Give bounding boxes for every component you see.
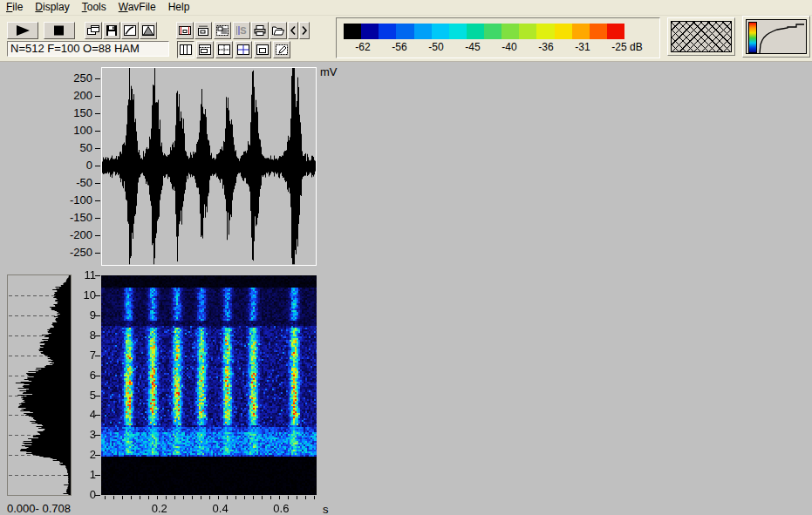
edit-button[interactable]	[273, 41, 290, 58]
menu-item-file[interactable]: File	[0, 0, 29, 15]
fft-params-field[interactable]: N=512 F=100 O=88 HAM	[7, 41, 169, 57]
cascade-windows-button[interactable]	[85, 22, 102, 39]
axis-tick	[192, 496, 193, 499]
axis-tick	[95, 315, 100, 316]
scroll-left-button[interactable]	[288, 22, 298, 39]
layout-quad-blue-button[interactable]	[235, 41, 252, 58]
colorbar-tick-label: -62	[348, 41, 378, 53]
colorbar-segment	[396, 24, 413, 39]
waveform-canvas[interactable]	[102, 68, 316, 265]
hatch-pattern-button[interactable]	[667, 17, 735, 56]
axis-tick	[95, 96, 100, 97]
cascade-windows-icon	[86, 24, 100, 37]
print-button[interactable]	[251, 22, 269, 39]
open-file-button[interactable]	[270, 22, 287, 39]
axis-tick	[95, 218, 100, 219]
axis-tick	[95, 455, 100, 456]
average-spectrum-canvas[interactable]	[8, 275, 71, 495]
axis-tick-label: 6	[66, 369, 96, 381]
menu-item-help[interactable]: Help	[162, 0, 196, 15]
waveform-plot[interactable]	[101, 67, 317, 266]
colorbar-segment	[502, 24, 519, 39]
axis-tick-label: 3	[66, 429, 96, 440]
spectrogram-canvas[interactable]	[101, 275, 317, 495]
colorbar-strip[interactable]	[344, 24, 624, 39]
freq-marks-icon	[196, 24, 210, 37]
axis-tick	[95, 235, 100, 236]
axis-tick-label: 4	[66, 409, 96, 420]
colorbar-segment	[572, 24, 590, 39]
region-select-icon	[215, 24, 229, 37]
layout-inner-box-button[interactable]	[254, 41, 271, 58]
axis-tick-label: 7	[66, 349, 96, 361]
axis-tick	[148, 496, 149, 499]
scroll-right-button[interactable]	[299, 22, 310, 39]
axis-tick	[95, 475, 100, 476]
layout-top-strip-button[interactable]	[196, 41, 214, 58]
save-button[interactable]	[103, 22, 120, 39]
freq-marks-button[interactable]	[194, 22, 212, 39]
colorbar-panel: -62-56-50-45-40-36-31-25 dB	[336, 17, 660, 58]
axis-tick-label: 0	[63, 159, 92, 171]
axis-tick-label: -250	[63, 247, 92, 258]
layout-columns-button[interactable]	[177, 41, 194, 58]
print-icon	[253, 24, 267, 37]
sample-rate-icon: S	[235, 24, 249, 37]
axis-tick	[253, 496, 254, 499]
axis-tick-label: 8	[66, 329, 96, 341]
axis-tick-label: 2	[66, 449, 96, 460]
axis-tick	[131, 496, 132, 499]
overview-frame-icon	[178, 24, 192, 37]
hatch-pattern-icon	[671, 21, 732, 52]
axis-tick	[95, 113, 100, 114]
spectrogram-app-window: { "menu": { "items": [ {"label": "File",…	[0, 0, 812, 515]
axis-tick-label: 0	[66, 489, 96, 500]
layout-quad-blue-icon	[236, 44, 250, 56]
waveform-unit-label: mV	[320, 65, 338, 78]
axis-tick	[279, 496, 280, 499]
colorbar-segment	[536, 24, 554, 39]
spectrogram-unit-label: s	[323, 503, 329, 515]
average-spectrum-panel[interactable]	[7, 274, 72, 496]
region-select-button[interactable]	[214, 22, 231, 39]
colorbar-ticks: -62-56-50-45-40-36-31-25	[344, 41, 624, 53]
colorbar-segment	[607, 24, 624, 39]
axis-tick-label: 5	[66, 390, 96, 401]
axis-tick	[95, 335, 100, 336]
play-button[interactable]	[7, 22, 38, 39]
axis-tick	[297, 496, 297, 499]
play-icon	[13, 24, 32, 37]
axis-tick	[95, 166, 100, 166]
axis-tick	[288, 496, 289, 499]
axis-tick	[95, 295, 100, 296]
axis-tick	[174, 496, 175, 499]
axis-tick	[314, 496, 315, 499]
stop-button[interactable]	[44, 22, 75, 39]
axis-tick	[183, 496, 184, 499]
transfer-curve-button[interactable]	[121, 22, 139, 39]
axis-tick	[95, 356, 100, 356]
axis-tick	[95, 415, 100, 416]
window-function-button[interactable]	[140, 22, 157, 39]
sample-rate-button[interactable]: S	[233, 22, 250, 39]
palette-curve-button[interactable]	[742, 16, 810, 58]
axis-tick-label: 250	[63, 72, 92, 84]
axis-tick	[262, 496, 263, 499]
menu-item-tools[interactable]: Tools	[76, 0, 113, 15]
axis-tick-label: -50	[63, 177, 92, 188]
axis-tick	[95, 435, 100, 436]
axis-tick-label: 0.6	[273, 503, 289, 514]
axis-tick-label: -200	[63, 229, 92, 241]
axis-tick	[140, 496, 140, 499]
layout-quad-button[interactable]	[215, 41, 233, 58]
menu-item-wavfile[interactable]: WavFile	[113, 0, 162, 15]
axis-tick	[157, 496, 158, 499]
time-range-label: 0.000- 0.708	[7, 502, 71, 515]
axis-tick	[270, 496, 271, 499]
menu-item-display[interactable]: Display	[29, 0, 75, 15]
palette-curve-icon	[746, 19, 807, 54]
overview-frame-button[interactable]	[176, 22, 194, 39]
spectrogram-plot[interactable]	[101, 275, 317, 495]
open-file-icon	[271, 24, 285, 37]
colorbar-tick-label: -36	[531, 41, 561, 53]
